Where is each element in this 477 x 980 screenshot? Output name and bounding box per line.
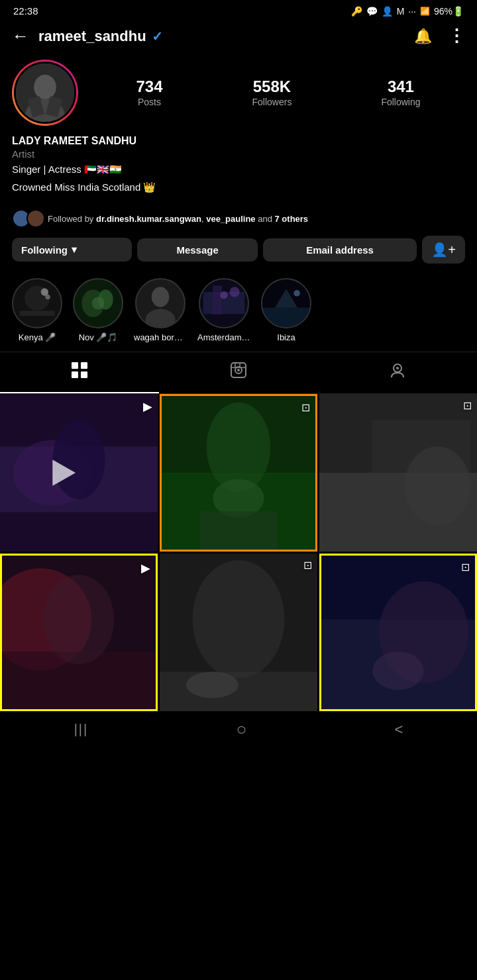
svg-point-58 [193, 560, 285, 678]
highlight-kenya[interactable]: Kenya 🎤 [12, 278, 62, 342]
tab-bar [0, 352, 477, 394]
user-icon: 👤 [382, 6, 393, 17]
avatar-inner [14, 62, 76, 124]
svg-rect-27 [81, 362, 87, 369]
svg-point-60 [186, 672, 238, 699]
avatar-image [16, 64, 74, 122]
grid-post-2[interactable]: ⊡ [160, 394, 317, 552]
grid-icon [71, 362, 88, 383]
svg-point-37 [396, 367, 399, 369]
status-bar: 22:38 🔑 💬 👤 M ··· 📶 96%🔋 [0, 0, 477, 21]
follower-1[interactable]: dr.dinesh.kumar.sangwan [96, 214, 201, 224]
following-count: 341 [388, 78, 414, 95]
highlight-circle-wagah [135, 278, 186, 328]
tab-tagged[interactable] [318, 352, 477, 393]
svg-point-9 [45, 295, 50, 300]
svg-rect-23 [262, 308, 310, 327]
profile-section: 734 Posts 558K Followers 341 Following [0, 52, 477, 130]
nav-right: 🔔 ⋮ [414, 26, 465, 46]
grid-post-4[interactable]: ▶ [0, 554, 158, 711]
stats-row: 734 Posts 558K Followers 341 Following [91, 78, 465, 107]
notification-bell-icon[interactable]: 🔔 [414, 28, 432, 45]
followed-by-section: Followed by dr.dinesh.kumar.sangwan, vee… [0, 209, 477, 228]
svg-rect-59 [160, 672, 317, 712]
grid-post-5[interactable]: ⊡ [160, 554, 317, 711]
message-button[interactable]: Message [137, 238, 257, 262]
followed-avatars [12, 209, 41, 228]
verified-badge-icon: ✓ [152, 28, 163, 44]
whatsapp-icon: 💬 [366, 6, 378, 17]
profile-bio-line1: Singer | Actress 🇦🇪🇬🇧🇮🇳 [12, 162, 465, 177]
add-user-button[interactable]: 👤+ [422, 236, 465, 264]
following-label: Following [21, 244, 68, 256]
svg-point-41 [52, 420, 105, 499]
svg-rect-28 [72, 371, 78, 378]
gallery-icon-2: ⊡ [301, 401, 310, 414]
svg-point-20 [230, 287, 240, 297]
svg-point-25 [293, 290, 299, 296]
nav-left: ← rameet_sandhu ✓ [12, 26, 163, 46]
tab-reels[interactable] [159, 352, 318, 393]
highlight-ibiza[interactable]: Ibiza [261, 278, 311, 342]
back-nav-button[interactable]: ||| [74, 722, 89, 737]
grid-post-1[interactable]: ▶ [0, 394, 158, 552]
svg-point-32 [237, 369, 240, 371]
following-label: Following [381, 97, 420, 107]
svg-point-13 [92, 297, 105, 310]
highlight-label-kenya: Kenya 🎤 [19, 332, 56, 342]
highlight-label-ibiza: Ibiza [277, 332, 295, 342]
highlight-label-amsterdam: Amsterdam … [197, 332, 250, 342]
more-dots: ··· [408, 6, 416, 17]
profile-display-name: LADY RAMEET SANDHU [12, 135, 465, 147]
highlight-circle-nov [73, 278, 123, 328]
svg-point-52 [405, 446, 470, 525]
profile-avatar-wrapper [12, 60, 78, 126]
key-icon: 🔑 [351, 6, 362, 17]
svg-rect-26 [72, 362, 78, 369]
back-button[interactable]: ← [12, 26, 29, 46]
more-options-icon[interactable]: ⋮ [448, 26, 465, 46]
forward-nav-button[interactable]: < [394, 721, 403, 738]
add-user-icon: 👤+ [431, 242, 456, 257]
video-icon-1: ▶ [143, 399, 152, 414]
followers-count: 558K [253, 78, 291, 95]
following-button[interactable]: Following ▾ [12, 238, 132, 262]
highlight-circle-ibiza [261, 278, 311, 328]
tab-grid[interactable] [0, 352, 159, 393]
followed-avatar-2 [26, 209, 45, 228]
follower-others[interactable]: 7 others [275, 214, 309, 224]
bottom-navigation: ||| ○ < [0, 711, 477, 753]
highlight-label-wagah: wagah bord… [134, 332, 187, 342]
svg-point-15 [152, 287, 170, 307]
highlight-wagah[interactable]: wagah bord… [134, 278, 187, 342]
highlight-amsterdam[interactable]: Amsterdam … [197, 278, 250, 342]
status-icons: 🔑 💬 👤 M ··· 📶 96%🔋 [351, 6, 464, 17]
highlight-circle-kenya [12, 278, 62, 328]
action-buttons: Following ▾ Message Email address 👤+ [0, 236, 477, 271]
svg-rect-7 [19, 311, 54, 316]
svg-rect-47 [200, 511, 277, 550]
posts-count: 734 [136, 78, 162, 95]
posts-label: Posts [138, 97, 161, 107]
profile-category: Artist [12, 148, 465, 160]
followers-stat[interactable]: 558K Followers [252, 78, 292, 107]
gallery-icon-6: ⊡ [461, 561, 470, 573]
following-chevron-icon: ▾ [72, 244, 77, 256]
svg-point-64 [372, 652, 423, 690]
grid-post-3[interactable]: ⊡ [319, 394, 477, 552]
email-button[interactable]: Email address [263, 238, 417, 262]
bio-section: LADY RAMEET SANDHU Artist Singer | Actre… [0, 130, 477, 204]
follower-2[interactable]: vee_pauline [206, 214, 255, 224]
following-stat[interactable]: 341 Following [381, 78, 420, 107]
gmail-icon: M [397, 6, 405, 17]
tagged-icon [389, 362, 406, 383]
signal-icons: 📶 [420, 7, 430, 16]
svg-point-56 [44, 575, 114, 664]
svg-point-1 [34, 75, 56, 99]
highlight-nov[interactable]: Nov 🎤🎵 [73, 278, 123, 342]
posts-stat[interactable]: 734 Posts [136, 78, 162, 107]
home-nav-button[interactable]: ○ [236, 719, 246, 740]
reels-icon [230, 362, 247, 383]
followers-label: Followers [252, 97, 292, 107]
grid-post-6[interactable]: ⊡ [319, 554, 477, 711]
